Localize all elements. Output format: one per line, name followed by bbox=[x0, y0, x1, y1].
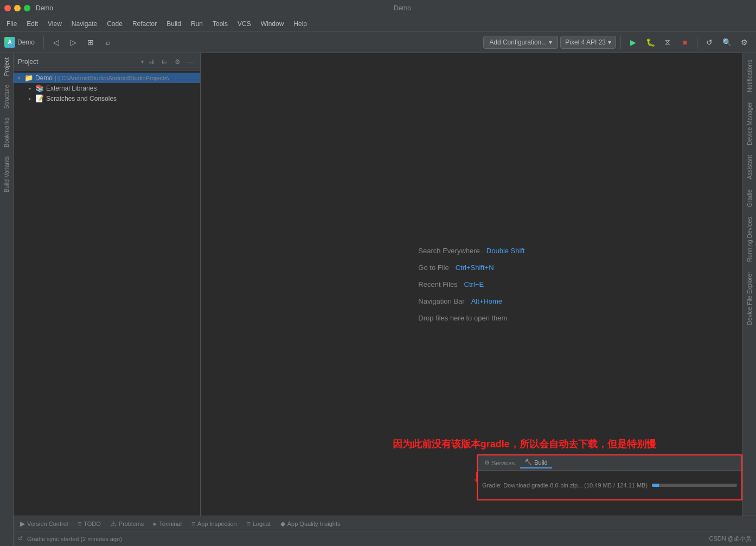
chinese-annotation: 因为此前没有该版本gradle，所以会自动去下载，但是特别慢 bbox=[393, 438, 656, 451]
build-tab[interactable]: 🔨 Build bbox=[520, 457, 552, 468]
tree-item-external-libraries[interactable]: ▸ 📚 External Libraries bbox=[14, 83, 200, 93]
hint-label-file: Go to File bbox=[418, 264, 449, 272]
menu-file[interactable]: File bbox=[2, 19, 21, 29]
inner-layout: Project ▾ ⇉ ⇇ ⚙ — ▾ 📁 Demo [:] C:\Androi… bbox=[14, 53, 756, 546]
toolbar-sep-2 bbox=[620, 36, 621, 49]
project-panel-header: Project ▾ ⇉ ⇇ ⚙ — bbox=[14, 53, 200, 70]
version-control-icon: ▶ bbox=[20, 520, 25, 528]
debug-button[interactable]: 🐛 bbox=[643, 35, 658, 50]
menu-view[interactable]: View bbox=[43, 19, 66, 29]
add-config-dropdown-icon: ▾ bbox=[549, 38, 552, 46]
bottom-tab-app-quality[interactable]: ◆ App Quality Insights bbox=[276, 518, 345, 530]
project-name-label: Demo bbox=[17, 38, 35, 46]
menu-edit[interactable]: Edit bbox=[22, 19, 42, 29]
panel-collapse-all-btn[interactable]: ⇉ bbox=[146, 56, 157, 67]
demo-path: [:] C:\AndroidStudio\AndroidStudioProjec… bbox=[55, 75, 169, 81]
bottom-tab-todo[interactable]: ≡ TODO bbox=[73, 518, 105, 530]
hint-shortcut-file: Ctrl+Shift+N bbox=[456, 264, 494, 272]
toolbar-forward-btn[interactable]: ▷ bbox=[66, 35, 81, 50]
app-inspection-label: App Inspection bbox=[197, 521, 237, 527]
close-button[interactable] bbox=[4, 5, 11, 11]
menu-refactor[interactable]: Refactor bbox=[128, 19, 161, 29]
bottom-tab-version-control[interactable]: ▶ Version Control bbox=[16, 518, 72, 530]
run-button[interactable]: ▶ bbox=[625, 35, 640, 50]
menu-code[interactable]: Code bbox=[102, 19, 127, 29]
right-tab-gradle[interactable]: Gradle bbox=[745, 185, 754, 211]
toolbar: A Demo ◁ ▷ ⊞ ⌕ Add Configuration... ▾ Pi… bbox=[0, 31, 756, 53]
title-bar: Demo Demo bbox=[0, 0, 756, 16]
hint-drop-files: Drop files here to open them bbox=[418, 314, 524, 322]
bottom-tab-terminal[interactable]: ▸ Terminal bbox=[149, 518, 186, 530]
right-tab-running-devices[interactable]: Running Devices bbox=[745, 213, 754, 266]
menu-help[interactable]: Help bbox=[289, 19, 311, 29]
toolbar-recent-btn[interactable]: ⊞ bbox=[83, 35, 98, 50]
right-tab-device-file-explorer[interactable]: Device File Explorer bbox=[745, 267, 754, 329]
toolbar-search-btn[interactable]: ⌕ bbox=[100, 35, 116, 50]
menu-tools[interactable]: Tools bbox=[208, 19, 232, 29]
toolbar-back-btn[interactable]: ◁ bbox=[48, 35, 63, 50]
hint-nav-bar: Navigation Bar Alt+Home bbox=[418, 297, 524, 305]
maximize-button[interactable] bbox=[24, 5, 30, 11]
far-left-tab-buildvariants[interactable]: Build Variants bbox=[2, 152, 11, 197]
sync-button[interactable]: ↺ bbox=[702, 35, 717, 50]
right-sidebar: Notifications Device Manager Assistant G… bbox=[742, 53, 756, 516]
bottom-tab-problems[interactable]: ⚠ Problems bbox=[106, 518, 148, 530]
hint-recent-files: Recent Files Ctrl+E bbox=[418, 280, 524, 288]
far-left-tab-project[interactable]: Project bbox=[2, 53, 11, 80]
far-left-tab-bookmarks[interactable]: Bookmarks bbox=[2, 113, 11, 152]
menu-build[interactable]: Build bbox=[162, 19, 185, 29]
status-bar: ↺ Gradle sync started (2 minutes ago) CS… bbox=[14, 531, 756, 546]
progress-bar bbox=[652, 484, 737, 487]
profile-button[interactable]: ⧖ bbox=[660, 35, 675, 50]
panel-settings-btn[interactable]: ⚙ bbox=[172, 56, 183, 67]
android-studio-icon: A bbox=[4, 37, 15, 48]
library-icon: 📚 bbox=[35, 84, 44, 92]
search-everywhere-btn[interactable]: 🔍 bbox=[719, 35, 734, 50]
menu-vcs[interactable]: VCS bbox=[233, 19, 255, 29]
right-tab-notifications[interactable]: Notifications bbox=[745, 55, 754, 97]
tree-item-demo[interactable]: ▾ 📁 Demo [:] C:\AndroidStudio\AndroidStu… bbox=[14, 73, 200, 83]
expand-arrow-ext[interactable]: ▸ bbox=[27, 85, 33, 92]
bottom-section: ▶ Version Control ≡ TODO ⚠ Problems ▸ Te… bbox=[14, 516, 756, 546]
todo-label: TODO bbox=[84, 521, 101, 527]
menu-window[interactable]: Window bbox=[257, 19, 289, 29]
services-tab[interactable]: ⚙ Services bbox=[480, 458, 519, 468]
hint-shortcut-search: Double Shift bbox=[486, 247, 525, 255]
settings-btn[interactable]: ⚙ bbox=[736, 35, 752, 50]
hint-shortcut-recent: Ctrl+E bbox=[464, 280, 484, 288]
hint-label-nav: Navigation Bar bbox=[418, 297, 464, 305]
add-configuration-button[interactable]: Add Configuration... ▾ bbox=[483, 36, 558, 49]
panel-dropdown-icon: ▾ bbox=[141, 59, 144, 65]
logcat-label: Logcat bbox=[253, 521, 271, 527]
minimize-button[interactable] bbox=[14, 5, 21, 11]
tree-item-scratches[interactable]: ▸ 📝 Scratches and Consoles bbox=[14, 93, 200, 104]
build-status-text: Gradle: Download gradle-8.0-bin.zip... (… bbox=[482, 482, 648, 489]
services-label: Services bbox=[492, 460, 515, 466]
hint-label-search: Search Everywhere bbox=[418, 247, 479, 255]
menu-run[interactable]: Run bbox=[187, 19, 207, 29]
device-selector[interactable]: Pixel 4 API 23 ▾ bbox=[560, 36, 616, 49]
editor-hints: Search Everywhere Double Shift Go to Fil… bbox=[418, 247, 524, 322]
stop-button[interactable]: ■ bbox=[677, 35, 693, 50]
problems-label: Problems bbox=[119, 521, 144, 527]
title-bar-controls bbox=[4, 5, 30, 11]
right-tab-device-manager[interactable]: Device Manager bbox=[745, 98, 754, 150]
status-text: Gradle sync started (2 minutes ago) bbox=[27, 536, 122, 542]
progress-bar-fill bbox=[652, 484, 659, 487]
expand-arrow-scratches[interactable]: ▸ bbox=[27, 95, 33, 102]
device-label: Pixel 4 API 23 bbox=[565, 38, 606, 46]
menu-navigate[interactable]: Navigate bbox=[67, 19, 101, 29]
panel-close-btn[interactable]: — bbox=[185, 56, 196, 67]
bottom-tab-logcat[interactable]: ≡ Logcat bbox=[242, 518, 275, 530]
hint-label-recent: Recent Files bbox=[418, 280, 457, 288]
bottom-tab-app-inspection[interactable]: ≡ App Inspection bbox=[187, 518, 241, 530]
right-tab-assistant[interactable]: Assistant bbox=[745, 151, 754, 184]
far-left-tabs: Project Structure Bookmarks Build Varian… bbox=[0, 53, 14, 546]
far-left-tab-structure[interactable]: Structure bbox=[2, 80, 11, 113]
scratches-label: Scratches and Consoles bbox=[46, 95, 117, 102]
logcat-icon: ≡ bbox=[247, 520, 251, 528]
expand-arrow-demo[interactable]: ▾ bbox=[16, 75, 22, 81]
panel-expand-btn[interactable]: ⇇ bbox=[159, 56, 170, 67]
build-icon: 🔨 bbox=[524, 459, 532, 466]
external-libraries-label: External Libraries bbox=[46, 85, 97, 92]
